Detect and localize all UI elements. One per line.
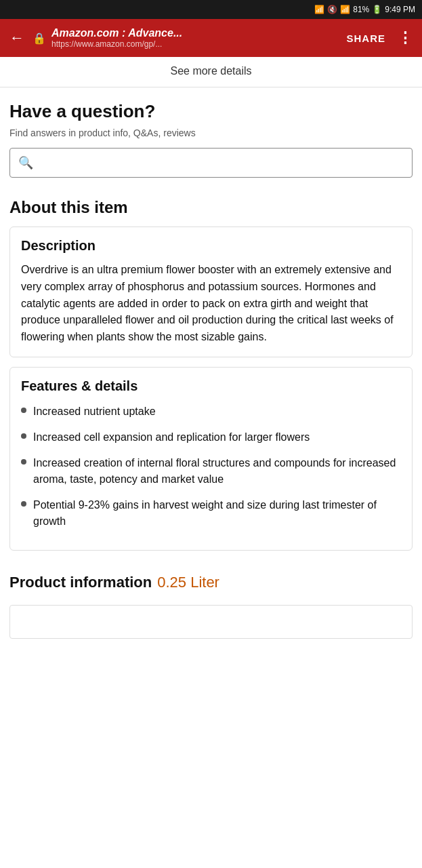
list-item: Potential 9-23% gains in harvest weight …	[21, 497, 401, 530]
about-title: About this item	[9, 198, 413, 217]
product-table-stub	[9, 605, 413, 639]
mute-icon: 🔇	[327, 5, 337, 14]
bullet-icon	[21, 433, 26, 439]
status-icons: 📶 🔇 📶 81% 🔋 9:49 PM	[314, 5, 415, 14]
question-title: Have a question?	[9, 101, 413, 122]
feature-text-3: Increased creation of internal floral st…	[33, 455, 401, 488]
more-button[interactable]: ⋮	[395, 26, 415, 50]
signal-icon: 📶	[340, 5, 350, 14]
status-bar: 📶 🔇 📶 81% 🔋 9:49 PM	[0, 0, 422, 19]
about-section: About this item Description Overdrive is…	[0, 184, 422, 567]
search-box[interactable]: 🔍	[9, 148, 413, 178]
bluetooth-icon: 📶	[314, 5, 324, 14]
battery-level: 81%	[353, 5, 369, 14]
question-section: Have a question? Find answers in product…	[0, 87, 422, 184]
list-item: Increased creation of internal floral st…	[21, 455, 401, 488]
features-list: Increased nutrient uptake Increased cell…	[21, 403, 401, 530]
list-item: Increased nutrient uptake	[21, 403, 401, 420]
bullet-icon	[21, 501, 26, 507]
product-info-value: 0.25 Liter	[157, 574, 219, 591]
share-button[interactable]: SHARE	[342, 30, 389, 47]
description-card: Description Overdrive is an ultra premiu…	[9, 226, 413, 357]
time-display: 9:49 PM	[385, 5, 415, 14]
product-info-label: Product information	[9, 574, 152, 591]
description-body: Overdrive is an ultra premium flower boo…	[21, 262, 401, 346]
features-title: Features & details	[21, 378, 401, 394]
back-button[interactable]: ←	[7, 26, 27, 50]
see-more-label: See more details	[170, 65, 251, 77]
features-card: Features & details Increased nutrient up…	[9, 367, 413, 551]
search-icon: 🔍	[18, 155, 33, 170]
list-item: Increased cell expansion and replication…	[21, 429, 401, 446]
page-title: Amazon.com : Advance...	[51, 27, 337, 39]
search-input[interactable]	[40, 157, 404, 169]
description-title: Description	[21, 238, 401, 254]
url-text: https://www.amazon.com/gp/...	[51, 39, 337, 49]
product-info-title: Product information 0.25 Liter	[9, 574, 413, 591]
lock-icon: 🔒	[33, 32, 46, 45]
see-more-strip[interactable]: See more details	[0, 57, 422, 87]
product-info-section: Product information 0.25 Liter	[0, 567, 422, 598]
battery-icon: 🔋	[372, 5, 382, 14]
bullet-icon	[21, 459, 26, 465]
question-subtitle: Find answers in product info, Q&As, revi…	[9, 127, 413, 138]
feature-text-1: Increased nutrient uptake	[33, 403, 156, 420]
feature-text-2: Increased cell expansion and replication…	[33, 429, 310, 446]
browser-toolbar: ← 🔒 Amazon.com : Advance... https://www.…	[0, 19, 422, 57]
bullet-icon	[21, 408, 26, 413]
url-area[interactable]: Amazon.com : Advance... https://www.amaz…	[51, 27, 337, 49]
page-content: See more details Have a question? Find a…	[0, 57, 422, 639]
feature-text-4: Potential 9-23% gains in harvest weight …	[33, 497, 401, 530]
